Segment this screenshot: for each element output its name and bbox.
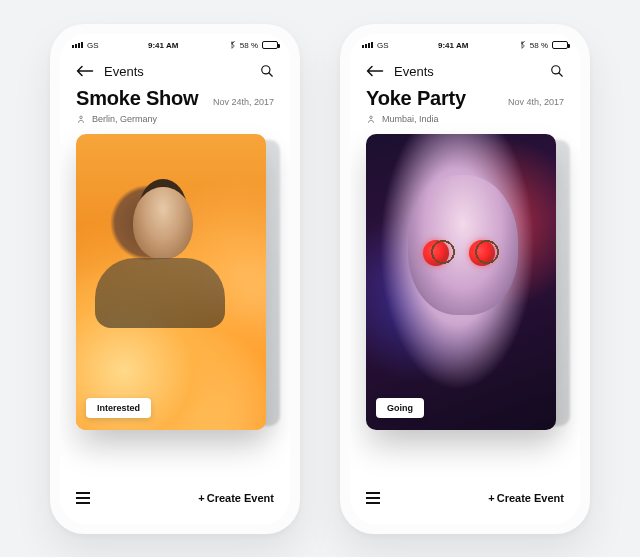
battery-icon bbox=[552, 41, 568, 49]
event-card[interactable]: Interested bbox=[76, 134, 266, 430]
status-bar: GS 9:41 AM 58 % bbox=[60, 34, 290, 52]
back-button[interactable] bbox=[76, 65, 94, 77]
svg-point-3 bbox=[370, 116, 373, 119]
bottom-bar: +Create Event bbox=[350, 480, 580, 524]
search-button[interactable] bbox=[550, 64, 564, 78]
plus-icon: + bbox=[198, 492, 204, 504]
signal-icon bbox=[72, 42, 83, 48]
battery-percent: 58 % bbox=[240, 41, 258, 50]
nav-bar: Events bbox=[350, 52, 580, 81]
arrow-left-icon bbox=[366, 65, 384, 77]
bottom-bar: +Create Event bbox=[60, 480, 290, 524]
create-event-button[interactable]: +Create Event bbox=[488, 492, 564, 504]
search-icon bbox=[260, 64, 274, 78]
battery-icon bbox=[262, 41, 278, 49]
bluetooth-icon bbox=[518, 41, 526, 49]
event-header: Yoke Party Nov 4th, 2017 Mumbai, India bbox=[350, 81, 580, 134]
search-icon bbox=[550, 64, 564, 78]
status-bar: GS 9:41 AM 58 % bbox=[350, 34, 580, 52]
event-date: Nov 4th, 2017 bbox=[508, 97, 564, 107]
card-stack: Going bbox=[350, 134, 580, 480]
search-button[interactable] bbox=[260, 64, 274, 78]
arrow-left-icon bbox=[76, 65, 94, 77]
battery-percent: 58 % bbox=[530, 41, 548, 50]
menu-button[interactable] bbox=[366, 492, 380, 504]
event-card[interactable]: Going bbox=[366, 134, 556, 430]
event-location: Mumbai, India bbox=[382, 114, 439, 124]
location-icon bbox=[76, 114, 86, 124]
back-button[interactable] bbox=[366, 65, 384, 77]
event-card-image bbox=[366, 134, 556, 430]
bluetooth-icon bbox=[228, 41, 236, 49]
carrier-label: GS bbox=[377, 41, 389, 50]
svg-point-1 bbox=[80, 116, 83, 119]
carrier-label: GS bbox=[87, 41, 99, 50]
menu-button[interactable] bbox=[76, 492, 90, 504]
phone-mockup: GS 9:41 AM 58 % Events Smoke Show bbox=[50, 24, 300, 534]
event-title: Yoke Party bbox=[366, 87, 466, 110]
hamburger-icon bbox=[366, 492, 380, 494]
create-event-label: Create Event bbox=[207, 492, 274, 504]
phone-screen: GS 9:41 AM 58 % Events Yoke Party bbox=[350, 34, 580, 524]
plus-icon: + bbox=[488, 492, 494, 504]
event-date: Nov 24th, 2017 bbox=[213, 97, 274, 107]
nav-title: Events bbox=[104, 64, 144, 79]
create-event-button[interactable]: +Create Event bbox=[198, 492, 274, 504]
card-stack: Interested bbox=[60, 134, 290, 480]
status-time: 9:41 AM bbox=[148, 41, 178, 50]
signal-icon bbox=[362, 42, 373, 48]
create-event-label: Create Event bbox=[497, 492, 564, 504]
location-icon bbox=[366, 114, 376, 124]
rsvp-chip[interactable]: Interested bbox=[86, 398, 151, 418]
nav-bar: Events bbox=[60, 52, 290, 81]
nav-title: Events bbox=[394, 64, 434, 79]
hamburger-icon bbox=[76, 492, 90, 494]
phone-mockup: GS 9:41 AM 58 % Events Yoke Party bbox=[340, 24, 590, 534]
event-header: Smoke Show Nov 24th, 2017 Berlin, German… bbox=[60, 81, 290, 134]
event-title: Smoke Show bbox=[76, 87, 198, 110]
rsvp-chip[interactable]: Going bbox=[376, 398, 424, 418]
event-card-image bbox=[76, 134, 266, 430]
status-time: 9:41 AM bbox=[438, 41, 468, 50]
phone-screen: GS 9:41 AM 58 % Events Smoke Show bbox=[60, 34, 290, 524]
event-location: Berlin, Germany bbox=[92, 114, 157, 124]
